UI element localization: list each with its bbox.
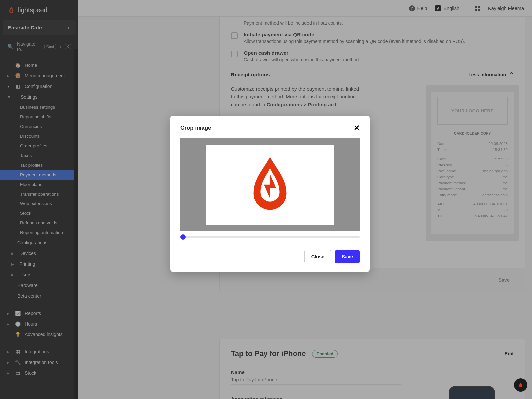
modal-title: Crop image <box>180 125 211 131</box>
save-button[interactable]: Save <box>335 250 360 263</box>
crop-image-modal: Crop image ✕ Close Save <box>170 116 370 272</box>
crop-canvas[interactable] <box>180 138 360 231</box>
close-button[interactable]: Close <box>304 250 332 263</box>
help-fab[interactable] <box>514 378 527 392</box>
crop-image-preview <box>206 145 334 225</box>
close-icon[interactable]: ✕ <box>354 124 360 132</box>
zoom-slider[interactable] <box>180 236 360 238</box>
flame-logo-preview <box>248 157 292 213</box>
flame-icon <box>518 382 524 388</box>
zoom-slider-thumb[interactable] <box>180 234 186 240</box>
